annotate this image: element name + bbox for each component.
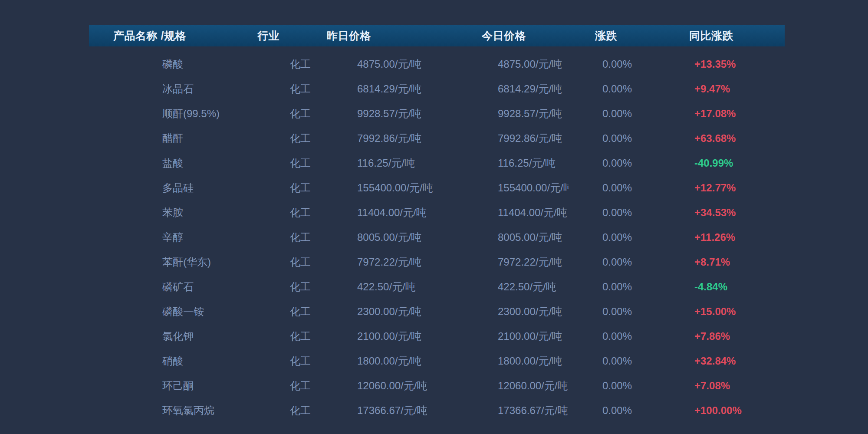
today-price-cell: 7992.86/元/吨 xyxy=(460,126,569,151)
yoy-change-cell: +7.86% xyxy=(664,324,785,349)
product-name-cell: 环氧氯丙烷 xyxy=(89,398,243,423)
change-cell: 0.00% xyxy=(569,349,664,373)
change-cell: 0.00% xyxy=(569,299,664,324)
yoy-change-cell: +8.71% xyxy=(664,250,785,274)
yesterday-price-cell: 12060.00/元/吨 xyxy=(321,373,460,398)
product-name-cell: 苯胺 xyxy=(89,200,243,225)
industry-cell: 化工 xyxy=(243,126,321,151)
yoy-change-cell: +9.47% xyxy=(664,76,785,101)
yesterday-price-cell: 7992.86/元/吨 xyxy=(321,126,460,151)
yesterday-price-cell: 1800.00/元/吨 xyxy=(321,349,460,373)
table-row: 环己酮 化工 12060.00/元/吨 12060.00/元/吨 0.00% +… xyxy=(89,373,785,398)
change-cell: 0.00% xyxy=(569,76,664,101)
yesterday-price-cell: 6814.29/元/吨 xyxy=(321,76,460,101)
table-row: 磷矿石 化工 422.50/元/吨 422.50/元/吨 0.00% -4.84… xyxy=(89,274,785,299)
product-name-cell: 氯化钾 xyxy=(89,324,243,349)
yesterday-price-cell: 2300.00/元/吨 xyxy=(321,299,460,324)
change-cell: 0.00% xyxy=(569,200,664,225)
today-price-cell: 7972.22/元/吨 xyxy=(460,250,569,274)
today-price-cell: 2300.00/元/吨 xyxy=(460,299,569,324)
yesterday-price-cell: 7972.22/元/吨 xyxy=(321,250,460,274)
product-name-cell: 冰晶石 xyxy=(89,76,243,101)
table-body: 磷酸 化工 4875.00/元/吨 4875.00/元/吨 0.00% +13.… xyxy=(89,46,785,423)
yoy-change-cell: +32.84% xyxy=(664,349,785,373)
industry-cell: 化工 xyxy=(243,299,321,324)
today-price-cell: 422.50/元/吨 xyxy=(460,274,569,299)
today-price-cell: 2100.00/元/吨 xyxy=(460,324,569,349)
table-row: 硝酸 化工 1800.00/元/吨 1800.00/元/吨 0.00% +32.… xyxy=(89,349,785,373)
yesterday-price-cell: 9928.57/元/吨 xyxy=(321,101,460,126)
product-name-cell: 辛醇 xyxy=(89,225,243,250)
industry-cell: 化工 xyxy=(243,52,321,76)
column-header-change: 涨跌 xyxy=(569,25,664,46)
yoy-change-cell: +63.68% xyxy=(664,126,785,151)
column-header-product-name: 产品名称 /规格 xyxy=(89,25,243,46)
today-price-cell: 9928.57/元/吨 xyxy=(460,101,569,126)
industry-cell: 化工 xyxy=(243,76,321,101)
yesterday-price-cell: 2100.00/元/吨 xyxy=(321,324,460,349)
yoy-change-cell: +15.00% xyxy=(664,299,785,324)
product-name-cell: 醋酐 xyxy=(89,126,243,151)
industry-cell: 化工 xyxy=(243,349,321,373)
product-name-cell: 磷酸一铵 xyxy=(89,299,243,324)
product-name-cell: 硝酸 xyxy=(89,349,243,373)
yoy-change-cell: +7.08% xyxy=(664,373,785,398)
product-name-cell: 多晶硅 xyxy=(89,175,243,200)
change-cell: 0.00% xyxy=(569,175,664,200)
change-cell: 0.00% xyxy=(569,398,664,423)
industry-cell: 化工 xyxy=(243,373,321,398)
industry-cell: 化工 xyxy=(243,225,321,250)
yesterday-price-cell: 116.25/元/吨 xyxy=(321,151,460,175)
table-row: 醋酐 化工 7992.86/元/吨 7992.86/元/吨 0.00% +63.… xyxy=(89,126,785,151)
yoy-change-cell: +100.00% xyxy=(664,398,785,423)
product-name-cell: 环己酮 xyxy=(89,373,243,398)
table-row: 辛醇 化工 8005.00/元/吨 8005.00/元/吨 0.00% +11.… xyxy=(89,225,785,250)
yoy-change-cell: +11.26% xyxy=(664,225,785,250)
yesterday-price-cell: 8005.00/元/吨 xyxy=(321,225,460,250)
table-row: 苯酐(华东) 化工 7972.22/元/吨 7972.22/元/吨 0.00% … xyxy=(89,250,785,274)
yesterday-price-cell: 422.50/元/吨 xyxy=(321,274,460,299)
yoy-change-cell: +13.35% xyxy=(664,52,785,76)
change-cell: 0.00% xyxy=(569,151,664,175)
yoy-change-cell: +17.08% xyxy=(664,101,785,126)
table-row: 多晶硅 化工 155400.00/元/吨 155400.00/元/吨 0.00%… xyxy=(89,175,785,200)
today-price-cell: 116.25/元/吨 xyxy=(460,151,569,175)
today-price-cell: 6814.29/元/吨 xyxy=(460,76,569,101)
yoy-change-cell: -4.84% xyxy=(664,274,785,299)
change-cell: 0.00% xyxy=(569,52,664,76)
table-row: 盐酸 化工 116.25/元/吨 116.25/元/吨 0.00% -40.99… xyxy=(89,151,785,175)
yesterday-price-cell: 17366.67/元/吨 xyxy=(321,398,460,423)
table-row: 顺酐(99.5%) 化工 9928.57/元/吨 9928.57/元/吨 0.0… xyxy=(89,101,785,126)
today-price-cell: 4875.00/元/吨 xyxy=(460,52,569,76)
product-name-cell: 盐酸 xyxy=(89,151,243,175)
today-price-cell: 1800.00/元/吨 xyxy=(460,349,569,373)
column-header-today-price: 今日价格 xyxy=(460,25,569,46)
change-cell: 0.00% xyxy=(569,126,664,151)
today-price-cell: 11404.00/元/吨 xyxy=(460,200,569,225)
product-name-cell: 磷酸 xyxy=(89,52,243,76)
yesterday-price-cell: 155400.00/元/吨 xyxy=(321,175,460,200)
today-price-cell: 155400.00/元/吨 xyxy=(460,175,569,200)
column-header-industry: 行业 xyxy=(243,25,321,46)
yesterday-price-cell: 11404.00/元/吨 xyxy=(321,200,460,225)
product-name-cell: 苯酐(华东) xyxy=(89,250,243,274)
table-row: 环氧氯丙烷 化工 17366.67/元/吨 17366.67/元/吨 0.00%… xyxy=(89,398,785,423)
table-row: 磷酸一铵 化工 2300.00/元/吨 2300.00/元/吨 0.00% +1… xyxy=(89,299,785,324)
change-cell: 0.00% xyxy=(569,373,664,398)
table-row: 氯化钾 化工 2100.00/元/吨 2100.00/元/吨 0.00% +7.… xyxy=(89,324,785,349)
table-row: 磷酸 化工 4875.00/元/吨 4875.00/元/吨 0.00% +13.… xyxy=(89,52,785,76)
price-table: 产品名称 /规格 行业 昨日价格 今日价格 涨跌 同比涨跌 磷酸 化工 4875… xyxy=(89,25,785,423)
industry-cell: 化工 xyxy=(243,324,321,349)
table-row: 苯胺 化工 11404.00/元/吨 11404.00/元/吨 0.00% +3… xyxy=(89,200,785,225)
change-cell: 0.00% xyxy=(569,225,664,250)
change-cell: 0.00% xyxy=(569,274,664,299)
industry-cell: 化工 xyxy=(243,151,321,175)
change-cell: 0.00% xyxy=(569,250,664,274)
today-price-cell: 12060.00/元/吨 xyxy=(460,373,569,398)
industry-cell: 化工 xyxy=(243,250,321,274)
table-header-row: 产品名称 /规格 行业 昨日价格 今日价格 涨跌 同比涨跌 xyxy=(89,25,785,46)
industry-cell: 化工 xyxy=(243,101,321,126)
product-name-cell: 磷矿石 xyxy=(89,274,243,299)
column-header-yoy-change: 同比涨跌 xyxy=(664,25,785,46)
yesterday-price-cell: 4875.00/元/吨 xyxy=(321,52,460,76)
